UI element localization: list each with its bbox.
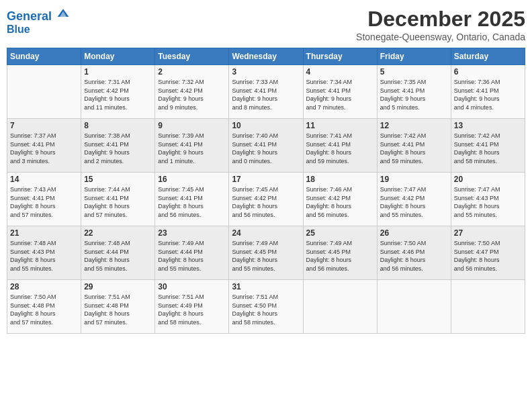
day-info: Sunrise: 7:42 AM Sunset: 4:41 PM Dayligh… [380,132,448,165]
weekday-thursday: Thursday [303,48,377,65]
calendar-cell [377,280,451,334]
day-info: Sunrise: 7:39 AM Sunset: 4:41 PM Dayligh… [158,132,226,165]
week-row-1: 7Sunrise: 7:37 AM Sunset: 4:41 PM Daylig… [7,119,525,173]
day-info: Sunrise: 7:45 AM Sunset: 4:41 PM Dayligh… [158,185,226,219]
calendar-cell: 10Sunrise: 7:40 AM Sunset: 4:41 PM Dayli… [229,119,303,173]
weekday-saturday: Saturday [451,48,525,65]
calendar-cell: 23Sunrise: 7:49 AM Sunset: 4:44 PM Dayli… [155,226,229,280]
logo-blue: Blue [7,24,70,36]
calendar-cell: 15Sunrise: 7:44 AM Sunset: 4:41 PM Dayli… [81,173,155,226]
calendar-cell: 18Sunrise: 7:46 AM Sunset: 4:42 PM Dayli… [303,173,377,226]
logo: General Blue [7,7,70,35]
calendar-cell: 17Sunrise: 7:45 AM Sunset: 4:42 PM Dayli… [229,173,303,226]
day-number: 16 [158,175,226,184]
calendar-cell: 20Sunrise: 7:47 AM Sunset: 4:43 PM Dayli… [451,173,525,226]
weekday-monday: Monday [81,48,155,65]
day-info: Sunrise: 7:51 AM Sunset: 4:48 PM Dayligh… [84,293,152,326]
calendar-cell: 26Sunrise: 7:50 AM Sunset: 4:46 PM Dayli… [377,226,451,280]
day-number: 26 [380,228,448,238]
day-info: Sunrise: 7:48 AM Sunset: 4:44 PM Dayligh… [84,239,152,273]
calendar-cell: 11Sunrise: 7:41 AM Sunset: 4:41 PM Dayli… [303,119,377,173]
calendar-cell: 5Sunrise: 7:35 AM Sunset: 4:41 PM Daylig… [377,65,451,119]
day-number: 13 [454,121,522,130]
day-number: 15 [84,175,152,184]
calendar-cell: 27Sunrise: 7:50 AM Sunset: 4:47 PM Dayli… [451,226,525,280]
day-number: 8 [84,121,152,130]
calendar-body: 1Sunrise: 7:31 AM Sunset: 4:42 PM Daylig… [7,65,525,334]
weekday-tuesday: Tuesday [155,48,229,65]
day-info: Sunrise: 7:37 AM Sunset: 4:41 PM Dayligh… [10,132,78,165]
day-info: Sunrise: 7:42 AM Sunset: 4:41 PM Dayligh… [454,132,522,165]
week-row-0: 1Sunrise: 7:31 AM Sunset: 4:42 PM Daylig… [7,65,525,119]
day-number: 5 [380,67,448,77]
calendar-cell: 19Sunrise: 7:47 AM Sunset: 4:42 PM Dayli… [377,173,451,226]
weekday-sunday: Sunday [7,48,81,65]
calendar-cell: 28Sunrise: 7:50 AM Sunset: 4:48 PM Dayli… [7,280,81,334]
day-number: 14 [10,175,78,184]
week-row-4: 28Sunrise: 7:50 AM Sunset: 4:48 PM Dayli… [7,280,525,334]
calendar-cell [303,280,377,334]
day-number: 3 [232,67,300,77]
day-info: Sunrise: 7:50 AM Sunset: 4:47 PM Dayligh… [454,239,522,273]
day-number: 28 [10,282,78,291]
day-info: Sunrise: 7:41 AM Sunset: 4:41 PM Dayligh… [306,132,374,165]
day-info: Sunrise: 7:50 AM Sunset: 4:46 PM Dayligh… [380,239,448,273]
day-number: 18 [306,175,374,184]
day-info: Sunrise: 7:32 AM Sunset: 4:42 PM Dayligh… [158,78,226,111]
week-row-2: 14Sunrise: 7:43 AM Sunset: 4:41 PM Dayli… [7,173,525,226]
day-info: Sunrise: 7:48 AM Sunset: 4:43 PM Dayligh… [10,239,78,273]
weekday-header-row: SundayMondayTuesdayWednesdayThursdayFrid… [7,48,525,65]
calendar-cell: 8Sunrise: 7:38 AM Sunset: 4:41 PM Daylig… [81,119,155,173]
calendar-cell: 12Sunrise: 7:42 AM Sunset: 4:41 PM Dayli… [377,119,451,173]
logo-general: General [7,9,52,23]
location: Stonegate-Queensway, Ontario, Canada [356,32,525,42]
day-info: Sunrise: 7:40 AM Sunset: 4:41 PM Dayligh… [232,132,300,165]
week-row-3: 21Sunrise: 7:48 AM Sunset: 4:43 PM Dayli… [7,226,525,280]
title-section: December 2025 Stonegate-Queensway, Ontar… [356,7,525,42]
day-number: 23 [158,228,226,238]
day-info: Sunrise: 7:51 AM Sunset: 4:49 PM Dayligh… [158,293,226,326]
calendar-cell: 9Sunrise: 7:39 AM Sunset: 4:41 PM Daylig… [155,119,229,173]
day-number: 17 [232,175,300,184]
weekday-wednesday: Wednesday [229,48,303,65]
day-number: 19 [380,175,448,184]
calendar-cell: 22Sunrise: 7:48 AM Sunset: 4:44 PM Dayli… [81,226,155,280]
day-info: Sunrise: 7:43 AM Sunset: 4:41 PM Dayligh… [10,185,78,219]
day-number: 10 [232,121,300,130]
day-number: 12 [380,121,448,130]
day-number: 27 [454,228,522,238]
day-number: 20 [454,175,522,184]
day-info: Sunrise: 7:49 AM Sunset: 4:45 PM Dayligh… [306,239,374,273]
day-info: Sunrise: 7:44 AM Sunset: 4:41 PM Dayligh… [84,185,152,219]
day-info: Sunrise: 7:31 AM Sunset: 4:42 PM Dayligh… [84,78,152,111]
day-info: Sunrise: 7:36 AM Sunset: 4:41 PM Dayligh… [454,78,522,111]
day-info: Sunrise: 7:51 AM Sunset: 4:50 PM Dayligh… [232,293,300,326]
month-title: December 2025 [356,7,525,32]
day-info: Sunrise: 7:49 AM Sunset: 4:45 PM Dayligh… [232,239,300,273]
day-number: 11 [306,121,374,130]
day-info: Sunrise: 7:50 AM Sunset: 4:48 PM Dayligh… [10,293,78,326]
logo-icon [56,7,70,20]
calendar-cell: 31Sunrise: 7:51 AM Sunset: 4:50 PM Dayli… [229,280,303,334]
calendar-cell: 16Sunrise: 7:45 AM Sunset: 4:41 PM Dayli… [155,173,229,226]
day-info: Sunrise: 7:33 AM Sunset: 4:41 PM Dayligh… [232,78,300,111]
calendar-cell [7,65,81,119]
day-number: 7 [10,121,78,130]
calendar-cell: 6Sunrise: 7:36 AM Sunset: 4:41 PM Daylig… [451,65,525,119]
day-number: 21 [10,228,78,238]
calendar-cell: 29Sunrise: 7:51 AM Sunset: 4:48 PM Dayli… [81,280,155,334]
calendar-cell [451,280,525,334]
day-number: 1 [84,67,152,77]
calendar-cell: 25Sunrise: 7:49 AM Sunset: 4:45 PM Dayli… [303,226,377,280]
day-number: 25 [306,228,374,238]
day-number: 31 [232,282,300,291]
weekday-friday: Friday [377,48,451,65]
day-number: 30 [158,282,226,291]
day-number: 29 [84,282,152,291]
day-info: Sunrise: 7:46 AM Sunset: 4:42 PM Dayligh… [306,185,374,219]
calendar-cell: 7Sunrise: 7:37 AM Sunset: 4:41 PM Daylig… [7,119,81,173]
calendar-cell: 24Sunrise: 7:49 AM Sunset: 4:45 PM Dayli… [229,226,303,280]
day-number: 24 [232,228,300,238]
day-info: Sunrise: 7:35 AM Sunset: 4:41 PM Dayligh… [380,78,448,111]
calendar-table: SundayMondayTuesdayWednesdayThursdayFrid… [7,48,525,334]
